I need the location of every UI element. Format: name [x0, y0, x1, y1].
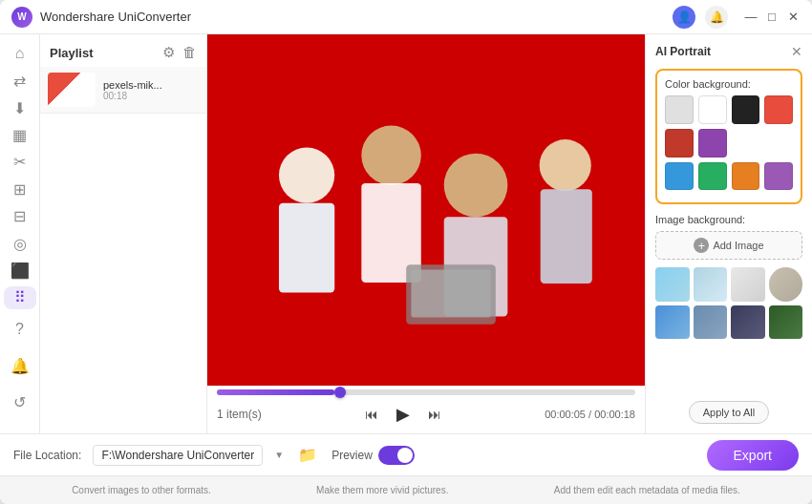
controls-row: 1 item(s) ⏮ ▶ ⏭ 00:00:05 / 00:00:18 — [217, 401, 635, 428]
video-background — [207, 34, 645, 386]
sidebar-item-notifications[interactable]: 🔔 — [4, 349, 36, 382]
add-image-button[interactable]: + Add Image — [655, 231, 802, 260]
title-bar: W Wondershare UniConverter 👤 🔔 — □ ✕ — [0, 0, 812, 34]
sidebar-item-download[interactable]: ⬇ — [4, 96, 36, 119]
playback-controls: ⏮ ▶ ⏭ — [365, 401, 441, 428]
main-layout: ⌂ ⇄ ⬇ ▦ ✂ ⊞ ⊟ ◎ ⬛ ⠿ ? 🔔 ↺ Playlist — [0, 34, 812, 433]
left-panel: Playlist ⚙ 🗑 pexels-mik... 00:18 — [40, 34, 207, 433]
image-thumb-1[interactable] — [655, 267, 690, 302]
image-thumb-3[interactable] — [731, 267, 765, 302]
browse-folder-button[interactable]: 📁 — [295, 443, 320, 468]
sidebar-item-convert[interactable]: ⇄ — [4, 69, 36, 92]
image-thumb-2[interactable] — [694, 267, 728, 302]
color-swatch-orange[interactable] — [732, 162, 760, 191]
image-thumb-5[interactable] — [655, 305, 690, 340]
sidebar-item-merge[interactable]: ⊞ — [4, 178, 36, 200]
item-count: 1 item(s) — [217, 408, 262, 421]
app-window: W Wondershare UniConverter 👤 🔔 — □ ✕ ⌂ ⇄… — [0, 0, 812, 504]
right-panel-header: AI Portrait ✕ — [655, 44, 802, 59]
sidebar-item-effects[interactable]: ◎ — [4, 232, 36, 255]
file-location-label: File Location: — [13, 449, 81, 462]
user-icon[interactable]: 👤 — [673, 6, 695, 29]
bottom-info-bar: Convert images to other formats. Make th… — [0, 475, 812, 504]
app-title: Wondershare UniConverter — [40, 10, 673, 24]
progress-thumb[interactable] — [334, 387, 346, 398]
current-time: 00:00:05 — [545, 409, 586, 420]
thumb-image — [48, 73, 96, 107]
right-panel: AI Portrait ✕ Color background: — [645, 34, 812, 433]
total-time: 00:00:18 — [594, 409, 635, 420]
color-swatch-violet[interactable] — [764, 162, 793, 191]
playlist-settings-icon[interactable]: ⚙ — [162, 44, 175, 61]
color-swatch-purple[interactable] — [698, 129, 727, 158]
sidebar-item-screen[interactable]: ▦ — [4, 123, 36, 146]
color-swatch-darkred[interactable] — [665, 129, 694, 158]
color-bg-label: Color background: — [665, 78, 793, 90]
sidebar-item-ai[interactable]: ⠿ — [4, 286, 36, 309]
playlist-item-info: pexels-mik... 00:18 — [103, 79, 199, 101]
bottom-info-3: Add them edit each metadata of media fil… — [554, 485, 740, 495]
image-grid — [655, 267, 802, 339]
sidebar-item-help[interactable]: ? — [4, 313, 36, 346]
color-swatch-green[interactable] — [698, 162, 727, 191]
play-button[interactable]: ▶ — [390, 401, 417, 428]
video-container — [207, 34, 645, 386]
video-controls: 1 item(s) ⏮ ▶ ⏭ 00:00:05 / 00:00:18 — [207, 386, 645, 433]
image-bg-label: Image background: — [655, 214, 802, 225]
color-swatch-blue[interactable] — [665, 162, 694, 191]
bottom-info-2: Make them more vivid pictures. — [316, 485, 448, 495]
sidebar-item-settings[interactable]: ↺ — [4, 386, 36, 418]
sidebar-item-cut[interactable]: ✂ — [4, 151, 36, 174]
window-controls: — □ ✕ — [743, 10, 801, 25]
path-dropdown-icon[interactable]: ▼ — [274, 450, 284, 460]
skip-forward-button[interactable]: ⏭ — [428, 407, 441, 422]
file-path-display: F:\Wondershare UniConverter — [93, 445, 263, 466]
color-background-section: Color background: — [655, 69, 802, 204]
video-frame — [207, 34, 645, 386]
toggle-knob — [397, 448, 413, 463]
minimize-button[interactable]: — — [743, 10, 759, 25]
svg-rect-2 — [279, 203, 334, 293]
close-button[interactable]: ✕ — [785, 10, 801, 25]
preview-label: Preview — [331, 449, 373, 462]
sidebar-bottom: ? 🔔 ↺ — [4, 313, 36, 426]
title-icons: 👤 🔔 — [673, 6, 728, 29]
image-thumb-7[interactable] — [731, 305, 765, 340]
sidebar-item-watermark[interactable]: ⊟ — [4, 204, 36, 227]
preview-toggle[interactable] — [378, 446, 415, 465]
maximize-button[interactable]: □ — [764, 10, 780, 25]
color-swatch-white[interactable] — [698, 95, 727, 124]
progress-fill — [217, 389, 334, 395]
color-grid-row1 — [665, 95, 793, 158]
color-swatch-red[interactable] — [764, 95, 793, 124]
sidebar-item-home[interactable]: ⌂ — [4, 42, 36, 65]
time-display: 00:00:05 / 00:00:18 — [545, 409, 635, 420]
svg-rect-10 — [411, 269, 490, 317]
svg-rect-8 — [541, 189, 592, 284]
color-swatch-lightgray[interactable] — [665, 95, 694, 124]
right-panel-close-button[interactable]: ✕ — [791, 44, 802, 59]
playlist-title: Playlist — [50, 46, 94, 60]
footer: File Location: F:\Wondershare UniConvert… — [0, 433, 812, 475]
color-swatch-black[interactable] — [732, 95, 760, 124]
logo-letter: W — [17, 11, 26, 22]
apply-to-all-button[interactable]: Apply to All — [689, 401, 769, 424]
playlist-delete-icon[interactable]: 🗑 — [182, 44, 197, 61]
export-button[interactable]: Export — [707, 440, 799, 471]
progress-bar[interactable] — [217, 389, 635, 395]
playlist-item-name: pexels-mik... — [103, 79, 199, 91]
image-thumb-8[interactable] — [769, 305, 803, 340]
image-thumb-6[interactable] — [694, 305, 728, 340]
bottom-info-1: Convert images to other formats. — [72, 485, 211, 495]
image-thumb-4[interactable] — [769, 267, 803, 302]
preview-toggle-wrap: Preview — [331, 446, 415, 465]
svg-point-3 — [361, 126, 420, 185]
panel-header: Playlist ⚙ 🗑 — [40, 34, 206, 67]
skip-back-button[interactable]: ⏮ — [365, 407, 378, 422]
svg-point-5 — [444, 154, 508, 218]
content-area: Playlist ⚙ 🗑 pexels-mik... 00:18 — [40, 34, 812, 433]
sidebar-item-toolbox[interactable]: ⬛ — [4, 259, 36, 282]
sidebar: ⌂ ⇄ ⬇ ▦ ✂ ⊞ ⊟ ◎ ⬛ ⠿ ? 🔔 ↺ — [0, 34, 40, 433]
playlist-item[interactable]: pexels-mik... 00:18 — [40, 67, 206, 114]
bell-icon[interactable]: 🔔 — [705, 6, 728, 29]
